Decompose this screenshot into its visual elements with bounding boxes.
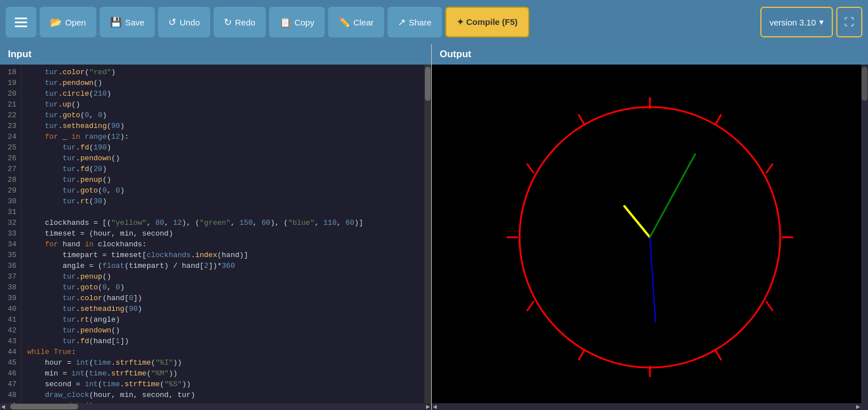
- code-line: tur.penup(): [27, 174, 419, 185]
- undo-button[interactable]: ↺ Undo: [158, 7, 210, 37]
- copy-button[interactable]: 📋 Copy: [269, 7, 325, 37]
- redo-icon: ↻: [224, 16, 232, 28]
- code-line: angle = (float(timepart) / hand[2])*360: [27, 260, 419, 271]
- code-line: hour = int(time.strftime("%I")): [27, 357, 419, 368]
- code-line: draw_clock(hour, min, second, tur): [27, 390, 419, 400]
- share-icon: ↗: [398, 16, 406, 28]
- code-line: tur.up(): [27, 99, 419, 110]
- code-line: tur.color("red"): [27, 67, 419, 78]
- output-panel: Output: [432, 44, 868, 410]
- code-line: tur.color(hand[0]): [27, 293, 419, 304]
- hscroll-left-arrow[interactable]: ◀: [1, 404, 5, 409]
- code-line: while True:: [27, 347, 419, 357]
- output-panel-header: Output: [432, 44, 868, 65]
- clear-icon: ✏️: [338, 16, 350, 28]
- code-line: for hand in clockhands:: [27, 239, 419, 250]
- code-line: tur.pendown(): [27, 325, 419, 336]
- code-content[interactable]: tur.color("red") tur.pendown() tur.circl…: [22, 65, 424, 403]
- main-layout: Input 1819202122232425262728293031323334…: [0, 44, 868, 410]
- output-vscroll-thumb[interactable]: [862, 67, 867, 101]
- code-line: tur.pendown(): [27, 153, 419, 164]
- save-button[interactable]: 💾 Save: [100, 7, 155, 37]
- code-line: tur.pendown(): [27, 78, 419, 88]
- code-line: timeset = (hour, min, second): [27, 228, 419, 239]
- code-line: tur.goto(0, 0): [27, 185, 419, 196]
- open-icon: 📂: [50, 16, 62, 28]
- hscroll-right-arrow[interactable]: ▶: [426, 404, 430, 409]
- code-line: tur.rt(30): [27, 196, 419, 207]
- hscroll-thumb[interactable]: [10, 404, 78, 409]
- code-line: second = int(time.strftime("%S")): [27, 379, 419, 390]
- code-line: tur.goto(0, 0): [27, 282, 419, 293]
- code-line: tur.fd(190): [27, 142, 419, 153]
- fullscreen-button[interactable]: ⛶: [836, 7, 862, 37]
- code-line: tur.rt(angle): [27, 314, 419, 325]
- compile-button[interactable]: ✦ Compile (F5): [445, 7, 529, 37]
- code-line: clockhands = [("yellow", 80, 12), ("gree…: [27, 217, 419, 228]
- redo-button[interactable]: ↻ Redo: [214, 7, 266, 37]
- code-line: tur.setheading(90): [27, 304, 419, 314]
- vscroll-thumb[interactable]: [425, 67, 431, 101]
- code-line: tur.fd(hand[1]): [27, 336, 419, 347]
- toolbar: 📂 Open 💾 Save ↺ Undo ↻ Redo 📋 Copy ✏️ Cl…: [0, 0, 868, 44]
- share-button[interactable]: ↗ Share: [388, 7, 442, 37]
- fullscreen-icon: ⛶: [844, 16, 854, 28]
- canvas-area: ◀ ▶: [432, 65, 868, 410]
- save-icon: 💾: [110, 16, 122, 28]
- output-hscroll-left[interactable]: ◀: [433, 404, 437, 409]
- output-vscroll[interactable]: [861, 65, 868, 410]
- code-line: tur.goto(0, 0): [27, 110, 419, 121]
- code-line: tur.setheading(90): [27, 121, 419, 131]
- vertical-scrollbar[interactable]: [424, 65, 431, 403]
- clock-visualization: [432, 65, 868, 410]
- chevron-down-icon: ▾: [819, 17, 824, 27]
- code-line: min = int(time.strftime("%M")): [27, 368, 419, 379]
- code-line: [27, 207, 419, 217]
- code-line: for _ in range(12):: [27, 131, 419, 142]
- open-button[interactable]: 📂 Open: [40, 7, 96, 37]
- copy-icon: 📋: [279, 16, 291, 28]
- menu-button[interactable]: [6, 7, 36, 37]
- line-numbers: 1819202122232425262728293031323334353637…: [0, 65, 22, 403]
- undo-icon: ↺: [168, 16, 176, 28]
- code-line: timepart = timeset[clockhands.index(hand…: [27, 250, 419, 260]
- code-line: tur.circle(210): [27, 88, 419, 99]
- code-line: tur.penup(): [27, 271, 419, 282]
- code-editor[interactable]: 1819202122232425262728293031323334353637…: [0, 65, 431, 403]
- input-panel: Input 1819202122232425262728293031323334…: [0, 44, 432, 410]
- version-button[interactable]: version 3.10 ▾: [760, 7, 833, 37]
- code-line: tur.fd(20): [27, 164, 419, 174]
- output-hscroll[interactable]: ◀ ▶: [432, 403, 861, 410]
- clear-button[interactable]: ✏️ Clear: [328, 7, 384, 37]
- horizontal-scrollbar[interactable]: ◀ ▶: [0, 403, 431, 410]
- input-panel-header: Input: [0, 44, 431, 65]
- output-hscroll-right[interactable]: ▶: [856, 404, 860, 409]
